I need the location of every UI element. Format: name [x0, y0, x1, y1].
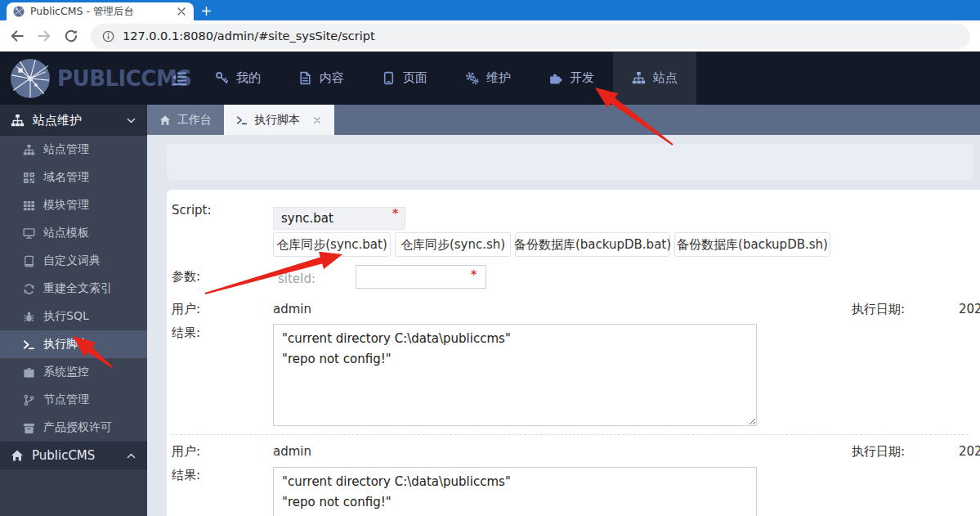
topnav-item-mine[interactable]: 我的 — [196, 52, 280, 105]
user-label: 用户: — [172, 444, 200, 460]
sidebar-item-system-monitor[interactable]: 系统监控 — [0, 358, 147, 386]
topnav-item-label: 页面 — [403, 70, 427, 86]
user-label: 用户: — [172, 302, 200, 317]
sidebar-item-execute-script[interactable]: 执行脚本 — [0, 330, 147, 358]
params-label: 参数: — [172, 269, 200, 285]
qrcode-icon — [23, 172, 35, 184]
close-icon[interactable] — [312, 115, 322, 125]
sidebar: 站点维护 站点管理 域名管理 模块管理 站点模板 自定义词典 — [0, 105, 147, 516]
sitemap-icon — [632, 71, 646, 85]
sidebar-item-site-template[interactable]: 站点模板 — [0, 219, 147, 247]
sidebar-item-label: 域名管理 — [43, 170, 89, 185]
user-value: admin — [273, 444, 311, 459]
key-icon — [215, 71, 229, 85]
file-icon — [298, 71, 312, 85]
sitemap-icon — [11, 114, 25, 128]
sidebar-item-node-management[interactable]: 节点管理 — [0, 386, 147, 414]
chevron-up-icon — [126, 451, 136, 461]
back-button[interactable] — [10, 29, 25, 43]
script-button-backupdb-sh[interactable]: 备份数据库(backupDB.sh) — [674, 232, 830, 257]
info-icon[interactable] — [102, 30, 114, 43]
sidebar-item-label: 自定义词典 — [43, 254, 101, 268]
topnav-item-content[interactable]: 内容 — [280, 52, 363, 105]
topnav-item-page[interactable]: 页面 — [363, 52, 446, 105]
sidebar-item-label: 产品授权许可 — [43, 420, 112, 435]
sidebar-item-label: 节点管理 — [43, 393, 89, 407]
workarea: Script: * 仓库同步(sync.bat) 仓库同步(sync.sh) 备… — [147, 135, 980, 516]
app-topnav: PUBLICCMS 我的 内容 页面 维护 开发 站点 — [0, 52, 980, 105]
globe-logo-icon — [10, 58, 51, 99]
sidebar-item-site-management[interactable]: 站点管理 — [0, 136, 147, 164]
sidebar-item-module-management[interactable]: 模块管理 — [0, 191, 147, 219]
required-asterisk: * — [471, 267, 477, 280]
sidebar-item-custom-dictionary[interactable]: 自定义词典 — [0, 247, 147, 275]
browser-tab[interactable]: PublicCMS - 管理后台 — [7, 2, 194, 20]
topnav-item-develop[interactable]: 开发 — [530, 52, 613, 105]
reload-button[interactable] — [64, 29, 78, 43]
sync-icon — [23, 283, 35, 295]
topnav-item-label: 开发 — [570, 70, 594, 86]
page-tabbar: 工作台 执行脚本 — [147, 105, 980, 135]
sidebar-item-label: 执行脚本 — [43, 337, 89, 352]
sidebar-item-label: 重建全文索引 — [43, 281, 112, 296]
record-divider — [172, 434, 969, 435]
required-asterisk: * — [392, 206, 398, 219]
sidebar-item-label: 执行SQL — [43, 309, 89, 324]
sidebar-item-product-license[interactable]: 产品授权许可 — [0, 414, 147, 442]
terminal-icon — [236, 114, 248, 126]
forward-button[interactable] — [37, 29, 51, 43]
sidebar-filler — [0, 469, 147, 516]
sidebar-item-domain-management[interactable]: 域名管理 — [0, 164, 147, 191]
book-icon — [23, 255, 35, 267]
terminal-icon — [23, 339, 35, 351]
user-value: admin — [273, 302, 311, 316]
mobile-icon — [382, 71, 396, 85]
close-icon[interactable] — [176, 6, 187, 17]
gears-icon — [465, 71, 479, 85]
sidebar-item-label: 系统监控 — [43, 365, 89, 379]
tab-execute-script[interactable]: 执行脚本 — [224, 105, 334, 135]
url-bar[interactable]: 127.0.0.1:8080/admin/#site_sysSite/scrip… — [91, 24, 970, 49]
exec-date-label: 执行日期: — [852, 302, 905, 317]
sidebar-footer-label: PublicCMS — [32, 448, 95, 463]
new-tab-button[interactable] — [194, 1, 218, 20]
topnav-item-site[interactable]: 站点 — [613, 52, 696, 105]
collapsed-filter-panel — [167, 144, 973, 180]
sidebar-section-site-maintenance[interactable]: 站点维护 — [0, 105, 147, 136]
siteid-input[interactable] — [356, 265, 486, 289]
siteid-label: siteId: — [278, 271, 315, 286]
home-icon — [159, 114, 171, 126]
topnav-item-label: 内容 — [320, 70, 344, 86]
tab-label: 执行脚本 — [254, 113, 300, 128]
screen: PublicCMS - 管理后台 127.0.0.1:8080/admin/#s… — [0, 0, 980, 516]
sidebar-item-execute-sql[interactable]: 执行SQL — [0, 303, 147, 330]
topnav-item-label: 维护 — [486, 70, 511, 86]
bug-icon — [23, 311, 35, 323]
browser-tabstrip: PublicCMS - 管理后台 — [0, 0, 980, 20]
topnav-item-maintain[interactable]: 维护 — [446, 52, 530, 105]
exec-date-value: 2023 — [959, 444, 980, 459]
sidebar-section-publiccms[interactable]: PublicCMS — [0, 442, 147, 469]
exec-date-label: 执行日期: — [852, 444, 905, 460]
script-button-sync-sh[interactable]: 仓库同步(sync.sh) — [395, 232, 511, 257]
home-icon — [11, 449, 24, 462]
sidebar-item-label: 站点模板 — [43, 226, 89, 240]
sidebar-section-label: 站点维护 — [33, 113, 82, 128]
puzzle-icon — [548, 71, 562, 85]
script-panel: Script: * 仓库同步(sync.bat) 仓库同步(sync.sh) 备… — [167, 190, 980, 516]
tab-label: 工作台 — [177, 113, 212, 128]
script-button-backupdb-bat[interactable]: 备份数据库(backupDB.bat) — [515, 232, 670, 257]
result-textarea[interactable]: "current directory C:\data\publiccms" "r… — [273, 467, 757, 516]
topnav-item-label: 站点 — [653, 70, 678, 86]
result-label: 结果: — [172, 325, 200, 341]
result-textarea[interactable]: "current directory C:\data\publiccms" "r… — [273, 324, 757, 426]
globe-favicon-icon — [13, 6, 25, 17]
script-input[interactable] — [273, 207, 405, 230]
topnav-item-label: 我的 — [236, 70, 261, 86]
briefcase-icon — [23, 366, 35, 379]
menu-outdent-icon[interactable] — [172, 70, 188, 87]
script-button-sync-bat[interactable]: 仓库同步(sync.bat) — [273, 232, 391, 257]
desktop-icon — [23, 227, 35, 240]
sidebar-item-rebuild-index[interactable]: 重建全文索引 — [0, 275, 147, 303]
tab-workbench[interactable]: 工作台 — [147, 105, 224, 135]
